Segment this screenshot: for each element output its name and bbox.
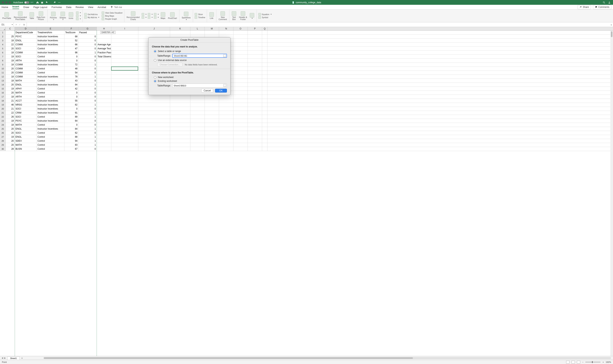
cell[interactable]: 67	[65, 147, 79, 151]
cell[interactable]	[262, 123, 267, 127]
cell[interactable]: 25	[6, 35, 15, 39]
cell[interactable]	[111, 35, 138, 39]
table-row[interactable]: 1718ARTHControl00	[0, 95, 613, 99]
row-header[interactable]: 7	[0, 55, 6, 58]
cell[interactable]	[262, 51, 267, 54]
row-header[interactable]: 21	[0, 111, 6, 115]
cell[interactable]	[97, 87, 111, 91]
cell[interactable]	[262, 131, 267, 135]
cell[interactable]	[233, 131, 248, 135]
cancel-button[interactable]: Cancel	[201, 89, 213, 92]
cell[interactable]: 47	[65, 47, 79, 51]
cell[interactable]: 18	[6, 51, 15, 54]
timeline-button[interactable]: Timeline	[195, 16, 205, 19]
cell[interactable]	[170, 131, 190, 135]
row-header[interactable]: 14	[0, 83, 6, 87]
cell[interactable]	[233, 95, 248, 99]
cancel-formula-icon[interactable]: ✕	[15, 23, 17, 26]
cell[interactable]	[111, 63, 138, 66]
comments-button[interactable]: Comments	[593, 5, 612, 9]
vertical-scrollbar[interactable]	[610, 31, 613, 356]
tab-review[interactable]: Review	[76, 6, 84, 9]
table-row[interactable]: 2319PSYCInstructor Incentives640	[0, 119, 613, 123]
zoom-out-icon[interactable]: −	[582, 361, 583, 363]
cell[interactable]	[111, 51, 138, 54]
col-header[interactable]: F	[65, 27, 79, 30]
table-row[interactable]: 1946NRSGInstructor Incentives821	[0, 103, 613, 107]
cell[interactable]	[248, 139, 262, 143]
cell[interactable]	[219, 107, 233, 111]
cell[interactable]: 19	[6, 59, 15, 63]
row-header[interactable]: 1	[0, 31, 6, 34]
cell[interactable]: 1	[79, 135, 97, 139]
cell[interactable]	[205, 123, 219, 127]
header-footer-button[interactable]: Header & Footer	[238, 11, 248, 21]
expand-formula-icon[interactable]	[611, 25, 612, 26]
cell[interactable]: CRIM	[15, 111, 37, 115]
cell[interactable]	[233, 47, 248, 51]
row-header[interactable]: 28	[0, 139, 6, 143]
cell[interactable]	[111, 123, 138, 127]
cell[interactable]: 66	[65, 43, 79, 46]
cell[interactable]: 1	[79, 83, 97, 87]
cell[interactable]	[97, 79, 111, 83]
cell[interactable]: 21	[6, 99, 15, 103]
accept-formula-icon[interactable]: ✓	[19, 23, 21, 26]
cell[interactable]	[262, 67, 267, 71]
cell[interactable]	[111, 99, 138, 103]
cell[interactable]: 19	[6, 55, 15, 58]
cell[interactable]: 0	[65, 123, 79, 127]
zoom-in-icon[interactable]: +	[602, 361, 604, 363]
row-header[interactable]: 10	[0, 67, 6, 71]
cell[interactable]	[170, 127, 190, 131]
cell[interactable]	[97, 143, 111, 147]
cell[interactable]: 20	[6, 71, 15, 75]
table-row[interactable]: 2122CRIMInstructor Incentives911	[0, 111, 613, 115]
cell[interactable]	[248, 107, 262, 111]
cell[interactable]	[248, 51, 262, 54]
table-row[interactable]: 1DepartmentCodeTreatmentArmTestScorePass…	[0, 31, 613, 35]
cell[interactable]	[111, 135, 138, 139]
cell[interactable]	[138, 103, 170, 107]
cell[interactable]	[248, 135, 262, 139]
equation-button[interactable]: Equation	[258, 13, 271, 16]
rec-pivot-button[interactable]: Recommended PivotTables	[13, 11, 27, 21]
cell[interactable]	[262, 35, 267, 39]
column-headers[interactable]: C D E F G H I J K L M N O P Q	[0, 27, 613, 31]
slicer-button[interactable]: Slicer	[195, 13, 205, 16]
table-row[interactable]: 422COMMInstructor Incentives660Average A…	[0, 43, 613, 47]
cell[interactable]	[190, 31, 205, 34]
chart-type-1[interactable]	[142, 13, 147, 16]
cell[interactable]: Instructor Incentives	[37, 39, 65, 42]
cell[interactable]: Control	[37, 135, 65, 139]
cell[interactable]	[248, 143, 262, 147]
cell[interactable]: 42	[65, 87, 79, 91]
cell[interactable]	[170, 107, 190, 111]
cell[interactable]: 19	[6, 119, 15, 123]
col-header[interactable]: N	[219, 27, 233, 30]
col-header[interactable]: H	[97, 27, 111, 30]
window-controls[interactable]	[0, 1, 11, 3]
cell[interactable]	[111, 131, 138, 135]
table-row[interactable]: 3028BUSNControl670	[0, 147, 613, 151]
cell[interactable]: 20	[6, 127, 15, 131]
link-button[interactable]: Link	[209, 12, 215, 20]
cell[interactable]	[170, 111, 190, 115]
cell[interactable]	[233, 31, 248, 34]
cell[interactable]: Instructor Incentives	[37, 43, 65, 46]
cell[interactable]: ENGL	[15, 127, 37, 131]
cell[interactable]: 48	[65, 67, 79, 71]
cell[interactable]	[262, 43, 267, 46]
cell[interactable]: COMM	[15, 43, 37, 46]
radio-external-source[interactable]	[154, 59, 156, 62]
cell[interactable]: 0	[79, 35, 97, 39]
row-header[interactable]: 27	[0, 135, 6, 139]
table-row[interactable]: 2520ENGLInstructor Incentives841	[0, 127, 613, 131]
cell[interactable]: Control	[37, 47, 65, 51]
cell[interactable]	[190, 127, 205, 131]
cell[interactable]	[248, 35, 262, 39]
cell[interactable]	[248, 71, 262, 75]
cell[interactable]: 1	[79, 63, 97, 66]
cell[interactable]	[262, 79, 267, 83]
cell[interactable]	[262, 99, 267, 103]
